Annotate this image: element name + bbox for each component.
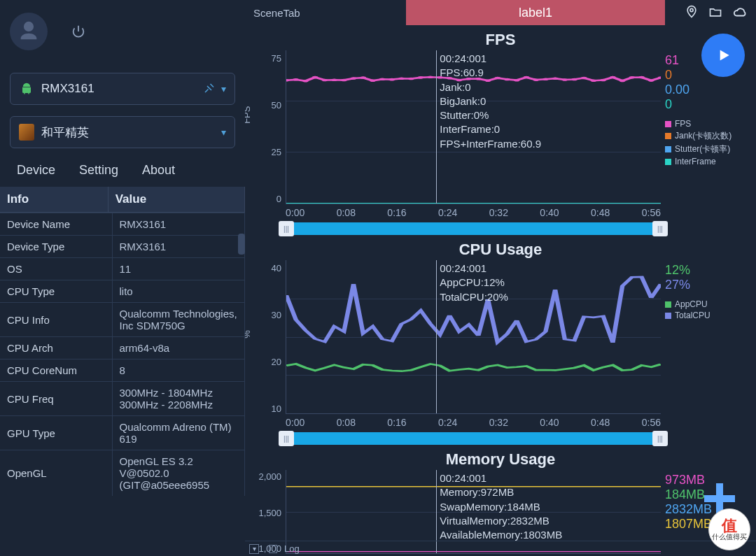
mem-readout: 00:24:001 Memory:972MB SwapMemory:184MB …: [440, 471, 562, 542]
chart-side-value: 12%: [665, 263, 752, 278]
avatar[interactable]: [10, 13, 48, 50]
svg-point-33: [591, 79, 597, 82]
chart-cpu: CPU Usage % 40302010 00:24:001 AppCPU:12…: [249, 241, 752, 445]
svg-point-13: [398, 77, 405, 80]
slider-handle-right[interactable]: |||: [652, 431, 668, 446]
slider-handle-right[interactable]: |||: [652, 221, 668, 236]
svg-point-39: [648, 79, 654, 82]
log-checkbox[interactable]: [269, 545, 277, 553]
table-row: OpenGLOpenGL ES 3.2 V@0502.0 (GIT@a05eee…: [0, 450, 245, 497]
cpu-time-slider[interactable]: ||| |||: [286, 432, 661, 445]
fps-readout: 00:24:001 FPS:60.9 Jank:0 BigJank:0 Stut…: [440, 52, 541, 151]
chart-memory: Memory Usage 2,0001,5001,000 00:24:001 M…: [249, 450, 752, 554]
svg-point-29: [552, 77, 559, 80]
svg-point-6: [331, 78, 337, 81]
slider-handle-left[interactable]: |||: [279, 221, 294, 236]
table-row: GPU TypeQualcomm Adreno (TM) 619: [0, 416, 245, 450]
table-row: OS11: [0, 258, 245, 280]
chevron-down-icon: ▾: [221, 127, 226, 138]
svg-point-10: [370, 79, 376, 82]
cloud-icon[interactable]: [732, 4, 748, 22]
svg-point-11: [379, 78, 386, 80]
svg-point-31: [571, 78, 578, 81]
power-icon[interactable]: [69, 22, 88, 41]
svg-point-2: [293, 78, 299, 81]
device-selector-label: RMX3161: [41, 82, 203, 96]
svg-point-35: [610, 76, 616, 79]
play-button[interactable]: [701, 34, 745, 77]
cpu-plot-area[interactable]: 00:24:001 AppCPU:12% TotalCPU:20%: [286, 260, 661, 414]
table-row: CPU Archarm64-v8a: [0, 337, 245, 359]
chart-fps: FPS FPS 7550250 00:24:001 FPS:60.9 Jank:…: [249, 31, 752, 235]
device-info-table[interactable]: Device NameRMX3161Device TypeRMX3161OS11…: [0, 212, 245, 544]
hover-line: [436, 260, 437, 413]
tab-about[interactable]: About: [132, 158, 185, 183]
fps-plot-area[interactable]: 00:24:001 FPS:60.9 Jank:0 BigJank:0 Stut…: [286, 50, 661, 204]
android-icon: [19, 81, 34, 97]
svg-point-15: [418, 76, 424, 79]
app-selector[interactable]: 和平精英 ▾: [10, 116, 235, 148]
chart-title: FPS: [249, 31, 752, 49]
location-icon[interactable]: [685, 5, 699, 21]
left-tabs: Device Setting About: [0, 148, 245, 187]
svg-point-3: [302, 80, 309, 83]
svg-point-5: [322, 79, 328, 82]
app-selector-label: 和平精英: [41, 124, 221, 141]
table-row: CPU InfoQualcomm Technologies, Inc SDM75…: [0, 303, 245, 337]
svg-point-12: [389, 78, 396, 81]
table-row: Device TypeRMX3161: [0, 236, 245, 258]
svg-point-28: [542, 78, 549, 81]
table-scrollbar[interactable]: [238, 234, 245, 255]
chart-side-value: 0: [665, 97, 752, 112]
tab-device[interactable]: Device: [7, 158, 65, 183]
tab-label1[interactable]: label1: [406, 0, 665, 25]
hover-line: [436, 50, 437, 204]
col-header-value: Value: [108, 187, 244, 212]
chart-title: Memory Usage: [249, 450, 752, 469]
legend-item: Jank(卡顿次数): [665, 130, 752, 142]
svg-point-32: [581, 77, 587, 80]
chart-title: CPU Usage: [249, 241, 752, 259]
chevron-down-icon[interactable]: ▾: [249, 544, 259, 554]
table-row: CPU CoreNum8: [0, 359, 245, 382]
svg-point-37: [629, 76, 636, 79]
chart-side-value: 0.00: [665, 83, 752, 97]
chart-side-value: 27%: [665, 278, 752, 292]
svg-point-16: [427, 76, 433, 79]
legend-item: FPS: [665, 119, 752, 129]
log-label: Log: [284, 543, 300, 554]
cpu-readout: 00:24:001 AppCPU:12% TotalCPU:20%: [440, 262, 508, 304]
tab-setting[interactable]: Setting: [69, 158, 128, 183]
fps-time-slider[interactable]: ||| |||: [286, 222, 661, 235]
slider-handle-left[interactable]: |||: [279, 431, 294, 446]
folder-icon[interactable]: [708, 5, 722, 21]
app-thumbnail-icon: [19, 124, 34, 141]
legend-item: InterFrame: [665, 157, 752, 166]
legend-item: AppCPU: [665, 299, 752, 309]
svg-point-1: [286, 79, 289, 82]
chart-ylabel: %: [245, 330, 252, 338]
watermark: 值 什么值得买: [708, 508, 750, 550]
svg-point-38: [638, 76, 645, 79]
table-row: Device NameRMX3161: [0, 213, 245, 236]
svg-point-30: [562, 78, 568, 81]
table-row: CPU Typelito: [0, 280, 245, 303]
col-header-info: Info: [0, 187, 108, 212]
svg-point-36: [620, 80, 626, 83]
svg-point-40: [658, 76, 661, 79]
svg-point-14: [408, 78, 414, 80]
svg-point-4: [312, 76, 318, 79]
svg-point-0: [690, 8, 693, 11]
device-selector[interactable]: RMX3161 ▾: [10, 73, 235, 105]
svg-point-8: [351, 77, 357, 80]
chevron-down-icon: ▾: [221, 83, 226, 94]
chart-ylabel: FPS: [245, 106, 252, 124]
status-bar: ▾ Log: [245, 541, 756, 556]
unlink-icon[interactable]: [203, 82, 216, 97]
tab-scenetab[interactable]: SceneTab: [245, 0, 406, 25]
svg-point-9: [360, 76, 366, 79]
legend-item: Stutter(卡顿率): [665, 143, 752, 155]
svg-point-34: [600, 79, 606, 82]
legend-item: TotalCPU: [665, 311, 752, 320]
table-row: CPU Freq300MHz - 1804MHz 300MHz - 2208MH…: [0, 382, 245, 416]
